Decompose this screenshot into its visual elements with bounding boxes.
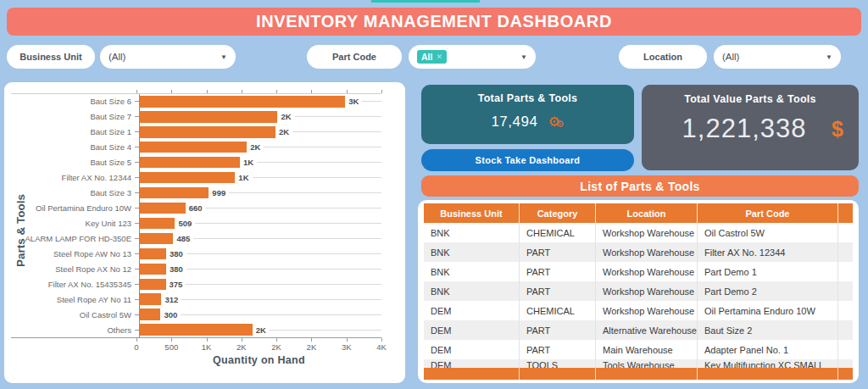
close-icon[interactable]: ✕ bbox=[436, 53, 442, 61]
gridline bbox=[270, 330, 381, 331]
table-cell: DEM bbox=[424, 320, 519, 340]
bar-track: 375 bbox=[139, 276, 381, 292]
bar-value-label: 1K bbox=[238, 173, 248, 182]
table-cell: DEM bbox=[424, 359, 519, 368]
gridline bbox=[181, 314, 381, 315]
table-cell: Adapter Panel No. 1 bbox=[697, 340, 837, 359]
chart-row: Steel Rope AX No 12380 bbox=[11, 261, 381, 276]
gridline bbox=[264, 147, 381, 147]
axis-tick bbox=[171, 90, 172, 93]
table-row[interactable]: DEMTOOLSTools WarehouseKey Multifunction… bbox=[424, 359, 853, 368]
bar[interactable] bbox=[140, 157, 240, 168]
table-cell: DEM bbox=[424, 301, 519, 320]
table-cell-sliver bbox=[837, 359, 853, 368]
bar[interactable] bbox=[140, 111, 277, 122]
total-value-card: Total Value Parts & Tools 1,221,338 $ bbox=[642, 85, 859, 170]
bar[interactable] bbox=[140, 233, 173, 244]
column-header[interactable]: Part Code bbox=[697, 203, 837, 223]
table-cell: Key Multifunction XC SMALL bbox=[697, 359, 837, 368]
table-cell bbox=[837, 368, 853, 380]
category-label: Key Unit 123 bbox=[11, 219, 135, 228]
chart-row: Steel Rope AY No 11312 bbox=[11, 292, 381, 307]
axis-tick bbox=[311, 338, 312, 342]
table-row[interactable]: BNKCHEMICALWorkshop WarehouseOil Castrol… bbox=[424, 223, 853, 242]
table-cell: Tools Warehouse bbox=[595, 359, 697, 368]
bar-value-label: 380 bbox=[170, 249, 183, 258]
table-cell: Part Demo 1 bbox=[697, 262, 837, 281]
gridline bbox=[181, 299, 381, 300]
bar-track: 312 bbox=[139, 292, 381, 307]
part-code-dropdown[interactable]: All ✕ ▼ bbox=[409, 45, 536, 69]
table-row-highlighted[interactable] bbox=[424, 368, 853, 380]
bar[interactable] bbox=[140, 279, 166, 290]
column-header[interactable]: Category bbox=[519, 203, 595, 223]
category-label: Oil Pertamina Enduro 10W bbox=[11, 203, 135, 213]
bar[interactable] bbox=[140, 172, 235, 183]
table-cell: DEM bbox=[424, 340, 519, 359]
bar[interactable] bbox=[140, 203, 186, 214]
axis-tick-label: 2K bbox=[307, 342, 317, 352]
stock-take-dashboard-button[interactable]: Stock Take Dashboard bbox=[421, 149, 634, 171]
bar[interactable] bbox=[140, 248, 166, 259]
axis-tick bbox=[276, 90, 277, 93]
table-row[interactable]: DEMPARTMain WarehouseAdapter Panel No. 1 bbox=[424, 340, 853, 359]
location-dropdown[interactable]: (All) ▼ bbox=[714, 45, 841, 69]
business-unit-dropdown[interactable]: (All) ▼ bbox=[100, 45, 236, 69]
bar[interactable] bbox=[140, 96, 345, 107]
table-row[interactable]: DEMCHEMICALWorkshop WarehouseOil Pertami… bbox=[424, 301, 853, 320]
column-header[interactable]: Business Unit bbox=[424, 203, 519, 223]
dropdown-value: (All) bbox=[722, 52, 739, 62]
bar[interactable] bbox=[140, 218, 175, 229]
column-header[interactable]: Location bbox=[595, 203, 697, 223]
table-cell: BNK bbox=[424, 242, 519, 262]
bar[interactable] bbox=[140, 142, 247, 153]
category-label: Baut Size 6 bbox=[11, 97, 135, 106]
category-label: Steel Rope AY No 11 bbox=[11, 295, 135, 304]
chart-row: Filter AX No. 123441K bbox=[11, 170, 381, 186]
bar-track: 3K bbox=[139, 94, 381, 109]
dollar-icon: $ bbox=[832, 117, 843, 142]
table-row[interactable]: DEMPARTAlternative WarehouseBaut Size 2 bbox=[424, 320, 853, 340]
filter-label-location: Location bbox=[619, 45, 707, 69]
table-cell: Workshop Warehouse bbox=[595, 242, 697, 262]
parts-table: Business UnitCategoryLocationPart Code B… bbox=[424, 203, 853, 380]
bar[interactable] bbox=[140, 126, 275, 137]
table-cell bbox=[519, 368, 595, 380]
table-row[interactable]: BNKPARTWorkshop WarehousePart Demo 2 bbox=[424, 281, 853, 301]
table-cell: Oil Pertamina Enduro 10W bbox=[697, 301, 837, 320]
selected-value-chip[interactable]: All ✕ bbox=[417, 50, 447, 64]
bar[interactable] bbox=[140, 293, 161, 304]
table-cell: CHEMICAL bbox=[519, 223, 595, 242]
bar-value-label: 999 bbox=[212, 188, 225, 197]
axis-tick bbox=[136, 338, 137, 342]
bar[interactable] bbox=[140, 187, 209, 198]
page-title: INVENTORY MANAGEMENT DASHBOARD bbox=[7, 8, 861, 36]
table-cell: Alternative Warehouse bbox=[595, 320, 697, 340]
table-cell: BNK bbox=[424, 281, 519, 301]
gridline bbox=[186, 269, 381, 270]
table-cell: PART bbox=[519, 281, 595, 301]
table-cell-sliver bbox=[837, 223, 853, 242]
table-row[interactable]: BNKPARTWorkshop WarehouseFilter AX No. 1… bbox=[424, 242, 853, 262]
bar[interactable] bbox=[140, 264, 166, 275]
bar-value-label: 509 bbox=[178, 219, 192, 228]
chart-row: Baut Size 3999 bbox=[11, 186, 381, 201]
category-label: Baut Size 3 bbox=[11, 188, 135, 197]
bar-track: 380 bbox=[139, 246, 381, 261]
bar-track: 1K bbox=[139, 155, 381, 170]
table-row[interactable]: BNKPARTWorkshop WarehousePart Demo 1 bbox=[424, 262, 853, 281]
bar-value-label: 2K bbox=[279, 127, 289, 136]
table-cell: PART bbox=[519, 320, 595, 340]
bar[interactable] bbox=[140, 324, 253, 335]
x-axis: 05001K2K2K2K3K4K bbox=[136, 338, 381, 353]
top-axis-ticks bbox=[136, 89, 381, 93]
table-cell: CHEMICAL bbox=[519, 301, 595, 320]
axis-tick-label: 4K bbox=[376, 342, 387, 352]
category-label: Filter AX No. 15435345 bbox=[11, 280, 135, 289]
chart-row: Oil Castrol 5W300 bbox=[11, 307, 381, 322]
axis-tick bbox=[242, 90, 242, 93]
bar[interactable] bbox=[140, 308, 160, 320]
axis-tick bbox=[207, 90, 208, 93]
total-parts-card: Total Parts & Tools 17,494 ⚙⚙ bbox=[421, 85, 634, 144]
sheet-tab bbox=[371, 0, 480, 3]
